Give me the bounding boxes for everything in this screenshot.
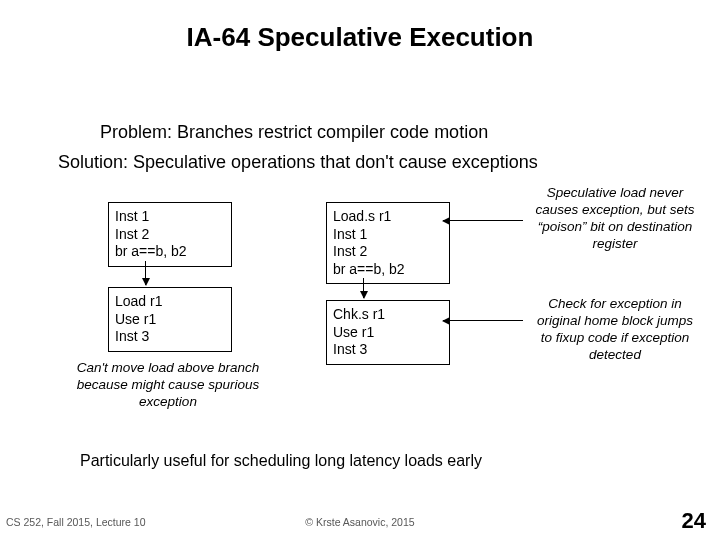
right-caption-2: Check for exception in original home blo… [530,296,700,364]
solution-text: Solution: Speculative operations that do… [58,152,538,173]
slide-title: IA-64 Speculative Execution [0,22,720,53]
left-box-1: Inst 1 Inst 2 br a==b, b2 [108,202,232,267]
left-box-2: Load r1 Use r1 Inst 3 [108,287,232,352]
arrow-left-down [145,261,146,285]
conclusion-text: Particularly useful for scheduling long … [80,452,670,470]
right-caption-1: Speculative load never causes exception,… [530,185,700,253]
arrow-to-chk [443,320,523,321]
right-box-1: Load.s r1 Inst 1 Inst 2 br a==b, b2 [326,202,450,284]
page-number: 24 [682,508,706,534]
arrow-right-down [363,278,364,298]
footer-center: © Krste Asanovic, 2015 [0,516,720,528]
left-caption: Can't move load above branch because mig… [58,360,278,411]
right-box-2: Chk.s r1 Use r1 Inst 3 [326,300,450,365]
arrow-to-loads [443,220,523,221]
problem-text: Problem: Branches restrict compiler code… [100,122,488,143]
